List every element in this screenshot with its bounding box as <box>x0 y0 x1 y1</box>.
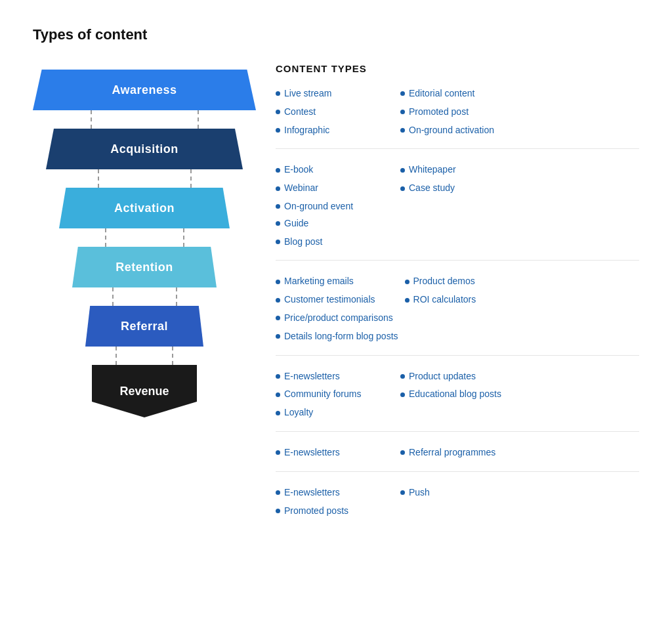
content-column: Live streamContestInfographic <box>276 86 394 138</box>
list-item: Editorial content <box>400 86 518 102</box>
funnel-connector <box>91 110 199 129</box>
list-item: Referral programmes <box>400 445 518 461</box>
bullet-icon <box>276 168 280 173</box>
list-item: Promoted post <box>400 104 518 120</box>
bullet-icon <box>400 450 405 455</box>
list-item: Whitepaper <box>400 162 518 178</box>
funnel-connector <box>98 169 192 188</box>
content-item-label: Whitepaper <box>409 162 456 178</box>
content-column: E-newsletters <box>276 445 394 461</box>
content-column: E-newslettersCommunity forumsLoyalty <box>276 369 394 421</box>
bullet-icon <box>400 168 405 173</box>
content-item-label: Editorial content <box>409 86 474 102</box>
content-item-label: Infographic <box>284 123 329 138</box>
content-column: Product updatesEducational blog posts <box>400 369 518 421</box>
page-title: Types of content <box>33 26 639 43</box>
content-items-grid: Marketing emailsCustomer testimonialsPri… <box>276 274 639 344</box>
bullet-icon <box>276 298 280 303</box>
content-item-label: Promoted post <box>409 104 469 120</box>
content-item-label: Promoted posts <box>284 503 348 519</box>
content-section-activation: Marketing emailsCustomer testimonialsPri… <box>276 274 639 355</box>
content-item-label: Referral programmes <box>409 445 495 461</box>
funnel-connector <box>116 347 173 365</box>
content-column: Marketing emailsCustomer testimonialsPri… <box>276 274 398 344</box>
content-section-referral: E-newslettersReferral programmes <box>276 445 639 472</box>
list-item: On-ground activation <box>400 123 518 138</box>
list-item: Details long-form blog posts <box>276 329 398 345</box>
sections-container: Live streamContestInfographicEditorial c… <box>276 86 639 529</box>
content-item-label: Contest <box>284 104 316 120</box>
content-item-label: Push <box>409 485 430 501</box>
list-item: Webinar <box>276 180 394 196</box>
content-item-label: Case study <box>409 180 455 196</box>
bullet-icon <box>400 110 405 114</box>
list-item: Price/product comparisons <box>276 310 398 326</box>
list-item: Educational blog posts <box>400 387 518 402</box>
funnel-segment-referral: Referral <box>85 306 203 347</box>
list-item: Loyalty <box>276 405 394 421</box>
bullet-icon <box>276 110 280 114</box>
content-item-label: Webinar <box>284 180 318 196</box>
list-item: E-newsletters <box>276 369 394 385</box>
content-section-retention: E-newslettersCommunity forumsLoyaltyProd… <box>276 369 639 432</box>
bullet-icon <box>276 316 280 320</box>
funnel-connector <box>105 228 184 247</box>
bullet-icon <box>400 128 405 133</box>
content-item-label: E-newsletters <box>284 485 340 501</box>
content-section-acquisition: E-bookWebinarOn-ground eventWhitepaperCa… <box>276 162 639 261</box>
bullet-icon <box>405 298 410 303</box>
bullet-icon <box>276 280 280 284</box>
bullet-icon <box>276 411 280 415</box>
list-item: Product updates <box>400 369 518 385</box>
content-item-label: Educational blog posts <box>409 387 501 402</box>
content-section-awareness: Live streamContestInfographicEditorial c… <box>276 86 639 149</box>
content-item-label: E-newsletters <box>284 369 340 385</box>
bullet-icon <box>400 186 405 191</box>
list-item: E-newsletters <box>276 445 394 461</box>
bullet-icon <box>400 374 405 379</box>
content-item-label: E-book <box>284 162 313 178</box>
list-item: Community forums <box>276 387 394 402</box>
list-item: E-book <box>276 162 394 178</box>
content-items-grid: E-newslettersPromoted postsPush <box>276 485 639 519</box>
bullet-icon <box>276 392 280 397</box>
bullet-icon <box>276 490 280 495</box>
bullet-icon <box>400 392 405 397</box>
funnel-connector <box>112 287 177 306</box>
content-item-label: E-newsletters <box>284 445 340 461</box>
content-item-label: Marketing emails <box>284 274 354 289</box>
bullet-icon <box>400 91 405 96</box>
bullet-icon <box>276 221 280 226</box>
content-types-panel: CONTENT TYPES Live streamContestInfograp… <box>276 63 639 542</box>
list-item: Promoted posts <box>276 503 394 519</box>
content-item-label: Community forums <box>284 387 361 402</box>
content-item-label: Guide <box>284 216 308 232</box>
list-item: E-newsletters <box>276 485 394 501</box>
list-item: Push <box>400 485 518 501</box>
bullet-icon <box>405 280 410 284</box>
bullet-icon <box>276 450 280 455</box>
funnel-container: AwarenessAcquisitionActivationRetentionR… <box>33 63 256 417</box>
content-item-label: On-ground event <box>284 199 353 215</box>
bullet-icon <box>276 91 280 96</box>
list-item: On-ground event <box>276 199 394 215</box>
bullet-icon <box>276 374 280 379</box>
content-item-label: Price/product comparisons <box>284 310 393 326</box>
content-column: Product demosROI calculators <box>405 274 523 344</box>
content-item-label: Live stream <box>284 86 331 102</box>
content-item-label: Blog post <box>284 234 322 250</box>
content-item-label: Product updates <box>409 369 476 385</box>
list-item: Guide <box>276 216 394 232</box>
funnel-wrap: AwarenessAcquisitionActivationRetentionR… <box>33 70 256 417</box>
content-items-grid: E-newslettersReferral programmes <box>276 445 639 461</box>
list-item: Product demos <box>405 274 523 289</box>
list-item: Infographic <box>276 123 394 138</box>
content-item-label: Loyalty <box>284 405 313 421</box>
content-item-label: Product demos <box>413 274 475 289</box>
list-item: Live stream <box>276 86 394 102</box>
bullet-icon <box>276 509 280 513</box>
list-item: Contest <box>276 104 394 120</box>
content-item-label: Details long-form blog posts <box>284 329 398 345</box>
list-item: Blog post <box>276 234 394 250</box>
bullet-icon <box>276 240 280 244</box>
